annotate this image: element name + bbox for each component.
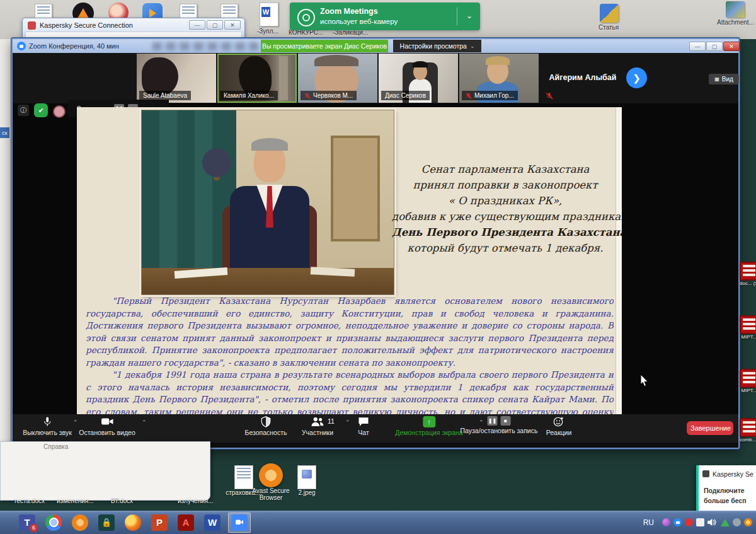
desktop-file-label[interactable]: излучения... bbox=[178, 497, 214, 504]
president-photo bbox=[141, 110, 394, 295]
taskbar-avast-icon[interactable] bbox=[69, 513, 91, 532]
teams-badge: 6 bbox=[30, 524, 38, 532]
word-logo-icon: W bbox=[261, 7, 270, 17]
word-doc-icon[interactable]: W bbox=[260, 3, 278, 26]
tray-kaspersky-icon[interactable] bbox=[696, 518, 704, 526]
taskbar-chrome-icon[interactable] bbox=[43, 513, 64, 532]
zoom-title-bar[interactable]: Zoom Конференция, 40 мин Вы просматривае… bbox=[13, 39, 738, 53]
mic-options-chevron[interactable]: ⌃ bbox=[73, 419, 78, 426]
zoom-toolbar: Выключить звук ⌃ Остановить видео ⌃ Безо… bbox=[13, 414, 738, 443]
window-title: Zoom Конференция, 40 мин bbox=[29, 42, 119, 50]
desktop-icon-2jpeg[interactable]: 2.jpeg bbox=[287, 465, 327, 496]
participant-tile[interactable]: Михаил Гор... bbox=[459, 54, 539, 103]
desktop-icon-rar[interactable]: MIPT... bbox=[740, 315, 756, 340]
icon-label: doc... (5) bbox=[740, 281, 756, 286]
video-options-chevron[interactable]: ⌃ bbox=[142, 419, 147, 426]
kaspersky-lock-icon bbox=[702, 470, 709, 477]
tray-record-icon[interactable] bbox=[685, 518, 693, 526]
taskbar-kaspersky-icon[interactable]: 🔒 bbox=[96, 513, 117, 532]
desktop-icon-rar[interactable]: doc... (5) bbox=[740, 262, 756, 286]
taskbar-powerpoint-icon[interactable]: P bbox=[149, 513, 170, 532]
desktop-file-label[interactable]: изменения... bbox=[57, 497, 94, 504]
stop-video-button[interactable]: Остановить видео bbox=[79, 416, 135, 436]
rar-icon bbox=[740, 418, 756, 437]
participant-tile[interactable]: Червяков М... bbox=[298, 54, 377, 103]
background-window-tab[interactable]: ск bbox=[0, 127, 9, 138]
statya-icon[interactable] bbox=[600, 4, 619, 23]
mic-off-icon bbox=[546, 92, 553, 100]
desktop-icon-rar[interactable]: comb... (5) bbox=[740, 418, 756, 443]
gray-hair bbox=[251, 138, 288, 151]
taskbar-zoom-icon[interactable] bbox=[228, 513, 251, 533]
mute-button[interactable]: Выключить звук bbox=[23, 416, 72, 436]
shared-document: Сенат парламента Казахстана принял попра… bbox=[77, 107, 622, 414]
chat-button[interactable]: Чат bbox=[358, 416, 369, 436]
participant-hair bbox=[413, 61, 428, 67]
taskbar-firefox-icon[interactable] bbox=[122, 513, 144, 532]
chevron-down-icon[interactable]: ⌄ bbox=[466, 11, 472, 20]
kaspersky-window[interactable]: Kaspersky Secure Connection — ▢ ✕ bbox=[22, 18, 245, 40]
share-label: Демонстрация экрана bbox=[395, 429, 462, 436]
taskbar-teams-icon[interactable]: T6 bbox=[16, 513, 38, 532]
info-icon[interactable]: ⓘ bbox=[18, 105, 29, 116]
participant-tile-active-speaker[interactable]: Камиля Халико... bbox=[217, 54, 297, 103]
desktop-icon-label: Attachment... bbox=[717, 19, 754, 26]
shield-icon bbox=[260, 416, 271, 427]
popup-title: Kaspersky Se bbox=[713, 470, 753, 478]
end-meeting-button[interactable]: Завершение bbox=[687, 421, 733, 435]
spravka-label: Справка bbox=[43, 443, 68, 450]
desktop-icon-rar[interactable]: MIPT... bbox=[740, 369, 756, 393]
rar-icon bbox=[740, 369, 756, 388]
kaspersky-app-icon bbox=[28, 21, 36, 30]
minimize-button[interactable]: — bbox=[689, 42, 706, 51]
participants-chevron[interactable]: ⌃ bbox=[345, 419, 350, 426]
language-indicator[interactable]: RU bbox=[643, 518, 654, 527]
desktop-file-label[interactable]: БТ.docx bbox=[111, 497, 133, 504]
tray-drive-icon[interactable] bbox=[721, 519, 730, 526]
close-button[interactable]: ✕ bbox=[723, 42, 740, 51]
close-button[interactable]: ✕ bbox=[224, 20, 241, 30]
security-button[interactable]: Безопасность bbox=[245, 416, 287, 436]
reactions-label: Реакции bbox=[546, 429, 572, 436]
kaspersky-popup[interactable]: Kaspersky Se Подключите больше бесп bbox=[696, 465, 756, 514]
participants-count: 11 bbox=[328, 417, 335, 425]
mic-off-icon bbox=[466, 93, 472, 99]
video-label: Остановить видео bbox=[79, 429, 135, 436]
tray-link-icon[interactable] bbox=[733, 518, 741, 526]
taskbar-acrobat-icon[interactable]: A bbox=[175, 513, 197, 532]
document-headline: Сенат парламента Казахстана принял попра… bbox=[392, 161, 619, 256]
participant-tile[interactable]: Диас Сериков bbox=[379, 54, 458, 103]
reactions-button[interactable]: Реакции bbox=[546, 416, 572, 436]
chevron-down-icon: ⌄ bbox=[470, 43, 475, 49]
security-shield-icon[interactable]: ✔ bbox=[34, 103, 48, 117]
participant-tile-no-video[interactable]: Айгерим Алыбай bbox=[542, 53, 624, 103]
maximize-button[interactable]: ▢ bbox=[207, 20, 223, 30]
play-icon bbox=[149, 9, 156, 18]
tray-app-icon[interactable] bbox=[662, 518, 670, 526]
maximize-button[interactable]: ▢ bbox=[706, 42, 723, 51]
grid-icon: ▦ bbox=[714, 76, 719, 82]
popup-line2: больше бесп bbox=[704, 497, 747, 504]
minimize-button[interactable]: — bbox=[189, 20, 205, 30]
stop-record-icon[interactable]: ■ bbox=[500, 416, 510, 426]
desktop-file-label[interactable]: теста.docx bbox=[14, 497, 45, 504]
participant-tile[interactable]: Saule Atabaeva bbox=[137, 54, 216, 103]
window-light bbox=[279, 56, 288, 100]
taskbar-word-icon[interactable]: W bbox=[202, 513, 223, 532]
tray-flower-icon[interactable] bbox=[744, 518, 752, 526]
pause-record-icon[interactable]: ❚❚ bbox=[487, 416, 497, 426]
system-tray: RU bbox=[643, 511, 752, 534]
tray-zoom-icon[interactable] bbox=[673, 518, 682, 526]
view-button[interactable]: ▦ Вид bbox=[709, 74, 739, 84]
tray-volume-icon[interactable] bbox=[707, 518, 717, 526]
viewing-banner: Вы просматриваете экран Диас Сериков bbox=[261, 40, 388, 52]
share-screen-button[interactable]: ↑ Демонстрация экрана bbox=[395, 416, 462, 436]
next-participants-button[interactable]: ❯ bbox=[626, 67, 647, 88]
attachment-icon[interactable] bbox=[726, 1, 745, 18]
background-window-edge bbox=[0, 39, 12, 446]
zoom-webcam-notification[interactable]: Zoom Meetings использует веб-камеру ⌄ bbox=[290, 3, 480, 30]
record-controls[interactable]: ❚❚ ■ Пауза/остановить запись bbox=[461, 416, 538, 434]
view-settings-button[interactable]: Настройки просмотра ⌄ bbox=[393, 40, 481, 52]
mic-icon bbox=[42, 416, 53, 427]
video-strip: Saule Atabaeva Камиля Халико... Червяков… bbox=[13, 53, 738, 103]
